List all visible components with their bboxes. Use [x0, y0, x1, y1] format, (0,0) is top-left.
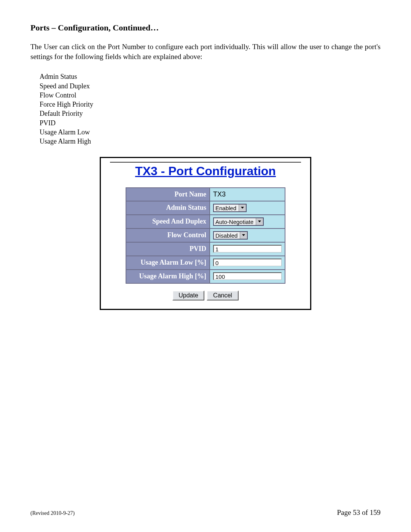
flow-control-value: Disabled: [214, 232, 240, 239]
speed-duplex-select[interactable]: Auto-Negotiate: [213, 217, 264, 226]
label-flow-control: Flow Control: [126, 228, 210, 242]
field-item: PVID: [40, 118, 381, 128]
label-alarm-low: Usage Alarm Low [%]: [126, 256, 210, 270]
row-admin-status: Admin Status Enabled: [126, 201, 285, 215]
field-item: Admin Status: [40, 72, 381, 81]
revised-date: (Revised 2010-9-27): [30, 510, 75, 516]
intro-paragraph: The User can click on the Port Number to…: [30, 42, 381, 61]
row-flow-control: Flow Control Disabled: [126, 228, 285, 242]
section-heading: Ports – Configuration, Continued…: [30, 23, 381, 33]
label-port-name: Port Name: [126, 188, 210, 201]
update-button[interactable]: Update: [172, 291, 204, 300]
pvid-input[interactable]: 1: [213, 245, 282, 252]
chevron-down-icon: [256, 218, 263, 225]
label-admin-status: Admin Status: [126, 201, 210, 215]
document-page: Ports – Configuration, Continued… The Us…: [0, 0, 411, 532]
speed-duplex-value: Auto-Negotiate: [214, 218, 256, 225]
page-number: Page 53 of 159: [337, 508, 381, 517]
row-pvid: PVID 1: [126, 242, 285, 256]
alarm-high-input[interactable]: 100: [213, 272, 282, 280]
admin-status-select[interactable]: Enabled: [213, 204, 247, 212]
field-item: Force High Priority: [40, 100, 381, 109]
flow-control-select[interactable]: Disabled: [213, 231, 248, 240]
field-item: Usage Alarm Low: [40, 128, 381, 137]
admin-status-value: Enabled: [214, 204, 239, 211]
page-footer: (Revised 2010-9-27) Page 53 of 159: [30, 508, 381, 517]
field-item: Default Priority: [40, 109, 381, 118]
row-alarm-low: Usage Alarm Low [%] 0: [126, 256, 285, 270]
value-port-name: TX3: [210, 188, 285, 201]
field-item: Usage Alarm High: [40, 137, 381, 146]
chevron-down-icon: [240, 232, 247, 239]
field-item: Speed and Duplex: [40, 81, 381, 91]
row-port-name: Port Name TX3: [126, 188, 285, 201]
config-panel: TX3 - Port Configuration Port Name TX3 A…: [100, 157, 311, 310]
config-table: Port Name TX3 Admin Status Enabled Speed…: [126, 187, 285, 284]
button-row: Update Cancel: [110, 291, 301, 300]
label-alarm-high: Usage Alarm High [%]: [126, 270, 210, 283]
label-speed-duplex: Speed And Duplex: [126, 215, 210, 228]
row-speed-duplex: Speed And Duplex Auto-Negotiate: [126, 215, 285, 228]
cancel-button[interactable]: Cancel: [207, 291, 239, 300]
row-alarm-high: Usage Alarm High [%] 100: [126, 270, 285, 283]
chevron-down-icon: [239, 204, 246, 211]
field-item: Flow Control: [40, 91, 381, 100]
panel-title-link[interactable]: TX3 - Port Configuration: [110, 162, 301, 178]
alarm-low-input[interactable]: 0: [213, 259, 282, 266]
field-list: Admin Status Speed and Duplex Flow Contr…: [40, 72, 381, 146]
label-pvid: PVID: [126, 242, 210, 256]
